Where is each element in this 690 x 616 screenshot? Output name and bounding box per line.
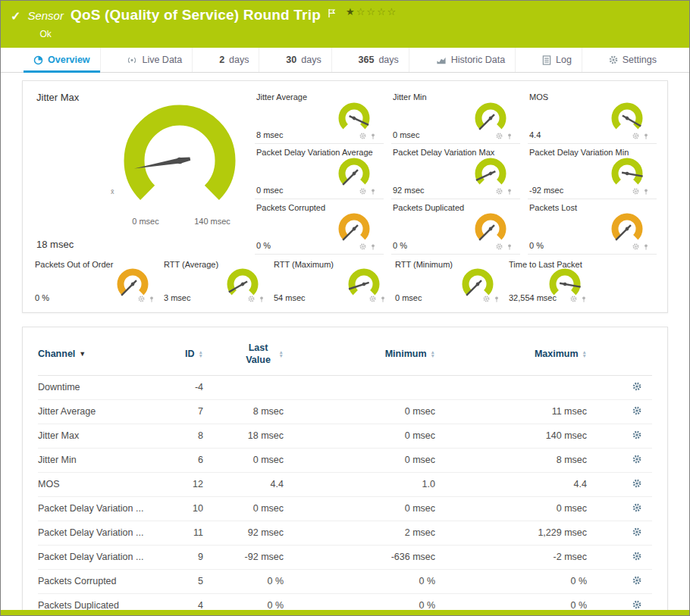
channel-settings-gear-icon[interactable] <box>632 503 641 512</box>
channel-settings-gear-icon[interactable] <box>632 527 641 536</box>
gauge-settings-gear-icon[interactable] <box>369 295 376 303</box>
channel-maximum: 8 msec <box>435 448 587 472</box>
gauge-value: 32,554 msec <box>509 293 557 302</box>
channel-name[interactable]: Jitter Min <box>38 448 158 472</box>
column-label: Minimum <box>385 349 427 359</box>
gauge-settings-gear-icon[interactable] <box>632 133 639 140</box>
gauge-pin-icon[interactable] <box>370 243 376 251</box>
gauge-pin-icon[interactable] <box>507 243 513 251</box>
channel-settings-gear-icon[interactable] <box>632 406 641 415</box>
gauge-settings-gear-icon[interactable] <box>496 133 503 140</box>
column-header-id[interactable]: ID ▲▼ <box>158 332 203 375</box>
channel-id: 5 <box>158 569 203 593</box>
gauge-settings-gear-icon[interactable] <box>138 295 145 303</box>
channel-settings-gear-icon[interactable] <box>632 600 641 609</box>
channel-id: 10 <box>158 496 203 521</box>
tab-historic-data[interactable]: Historic Data <box>426 48 516 72</box>
gauge-pin-icon[interactable] <box>507 133 513 140</box>
gauge-pin-icon[interactable] <box>643 188 649 195</box>
sort-toggle-icon: ▲▼ <box>199 350 203 358</box>
gauge-jitter-max-large: Jitter Max x̄ 0 msec 140 msec 18 msec <box>33 89 255 255</box>
channel-name[interactable]: Packet Delay Variation ... <box>38 545 158 569</box>
channel-maximum: 11 msec <box>435 399 587 424</box>
gauge-mos: MOS 4.4 <box>528 89 657 144</box>
sort-toggle-icon: ▲▼ <box>279 350 284 358</box>
gauge-settings-gear-icon[interactable] <box>570 295 577 303</box>
tab-label: Log <box>556 55 572 65</box>
gauge-value: 18 msec <box>36 239 74 250</box>
gauge-settings-gear-icon[interactable] <box>483 295 490 303</box>
prtg-sensor-page: ✓ Sensor QoS (Quality of Service) Round … <box>0 0 690 616</box>
tab-365-days[interactable]: 365days <box>349 48 409 72</box>
gauge-pin-icon[interactable] <box>149 295 155 303</box>
channel-maximum: 140 msec <box>435 424 587 448</box>
channel-name[interactable]: Jitter Max <box>38 424 158 448</box>
gauge-pin-icon[interactable] <box>494 295 500 303</box>
tab-2-days[interactable]: 2days <box>209 48 259 72</box>
channel-last-value: 0 % <box>203 569 284 593</box>
channel-settings-gear-icon[interactable] <box>632 382 641 391</box>
gauge-value: 4.4 <box>529 130 541 139</box>
gauge-pin-icon[interactable] <box>643 243 649 251</box>
gauge-pin-icon[interactable] <box>370 188 376 195</box>
channel-table: Channel ▼ ID ▲▼ Last Val <box>38 332 652 615</box>
gauge-settings-gear-icon[interactable] <box>359 188 366 195</box>
table-row-packet-delay-variation: Packet Delay Variation ... 10 0 msec 0 m… <box>38 496 652 521</box>
gauge-settings-gear-icon[interactable] <box>248 295 255 303</box>
channel-settings-gear-icon[interactable] <box>632 576 641 585</box>
tab-label: Overview <box>48 55 90 65</box>
channel-minimum: 0 % <box>284 569 435 593</box>
channel-name[interactable]: Downtime <box>38 375 158 399</box>
channel-name[interactable]: Packets Corrupted <box>38 569 158 593</box>
tab-30-days[interactable]: 30days <box>276 48 331 72</box>
sort-desc-icon: ▼ <box>79 350 86 358</box>
tab-label: days <box>301 55 321 65</box>
gauge-settings-gear-icon[interactable] <box>632 243 639 251</box>
priority-stars[interactable]: ★☆☆☆☆ <box>346 7 397 17</box>
channel-settings-gear-icon[interactable] <box>632 455 641 464</box>
column-header-last-value[interactable]: Last Value ▲▼ <box>203 332 284 375</box>
gear-icon <box>609 55 618 64</box>
tab-overview[interactable]: Overview <box>24 48 101 72</box>
gauge-dial <box>605 210 649 245</box>
gauge-settings-gear-icon[interactable] <box>496 243 503 251</box>
gauge-time-to-last-packet: Time to Last Packet 32,554 msec <box>507 256 657 306</box>
gauge-dial <box>332 210 376 245</box>
channel-minimum: 0 msec <box>284 448 435 472</box>
gauge-pin-icon[interactable] <box>380 295 386 303</box>
channel-name[interactable]: Jitter Average <box>38 399 158 424</box>
gauge-value: 0 % <box>35 293 49 302</box>
gauge-pin-icon[interactable] <box>259 295 265 303</box>
channel-settings-gear-icon[interactable] <box>632 479 641 488</box>
channel-table-body: Downtime -4 Jitter Average 7 8 msec 0 ms… <box>38 375 652 615</box>
channel-name[interactable]: Packet Delay Variation ... <box>38 496 158 521</box>
column-header-actions <box>587 332 652 375</box>
channel-settings-gear-icon[interactable] <box>632 430 641 439</box>
channel-maximum: 0 msec <box>435 496 587 521</box>
tab-label: days <box>229 55 249 65</box>
channel-settings-gear-icon[interactable] <box>632 552 641 561</box>
channel-minimum: 0 msec <box>284 496 435 521</box>
gauge-pin-icon[interactable] <box>643 133 649 140</box>
gauge-pin-icon[interactable] <box>507 188 513 195</box>
flag-icon[interactable] <box>328 8 336 18</box>
column-header-channel[interactable]: Channel ▼ <box>38 332 158 375</box>
tab-log[interactable]: Log <box>532 48 582 72</box>
gauge-settings-gear-icon[interactable] <box>496 188 503 195</box>
gauge-pin-icon[interactable] <box>581 295 587 303</box>
tab-live-data[interactable]: Live Data <box>117 48 193 72</box>
channel-maximum: 1,229 msec <box>435 521 587 545</box>
gauge-jitter-min: Jitter Min 0 msec <box>391 89 520 144</box>
tab-settings[interactable]: Settings <box>599 48 666 72</box>
channel-name[interactable]: MOS <box>38 472 158 496</box>
sort-toggle-icon: ▲▼ <box>431 350 435 358</box>
gauge-settings-gear-icon[interactable] <box>632 188 639 195</box>
column-header-minimum[interactable]: Minimum ▲▼ <box>284 332 435 375</box>
gauge-dial: x̄ 0 msec 140 msec <box>93 91 267 235</box>
gauge-pin-icon[interactable] <box>370 133 376 140</box>
gauge-settings-gear-icon[interactable] <box>359 133 366 140</box>
gauge-settings-gear-icon[interactable] <box>359 243 366 251</box>
gauge-packet-delay-variation-average: Packet Delay Variation Average 0 msec <box>255 144 384 199</box>
column-header-maximum[interactable]: Maximum ▲▼ <box>435 332 587 375</box>
channel-name[interactable]: Packet Delay Variation ... <box>38 521 158 545</box>
